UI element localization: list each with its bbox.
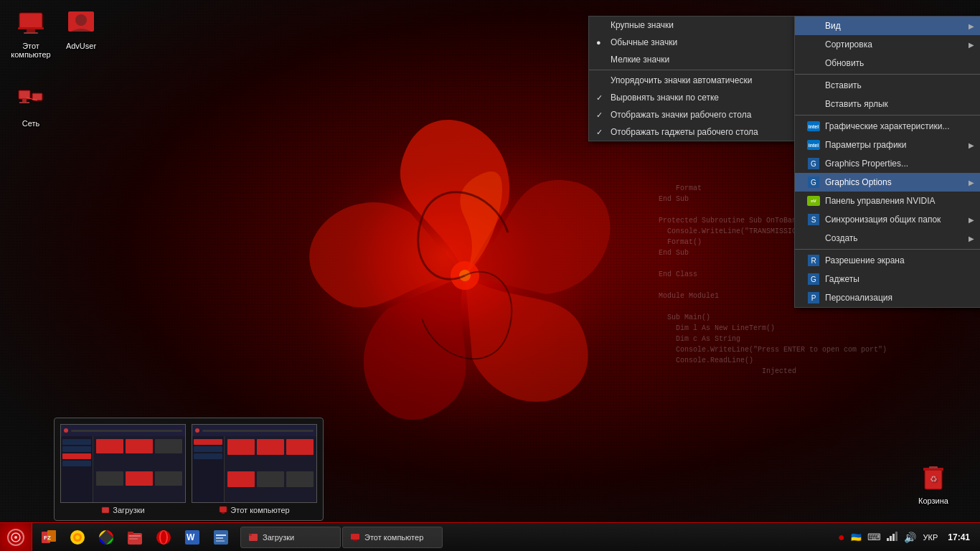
taskbar-window-mycomputer-label: Этот компьютер xyxy=(364,533,423,542)
svg-rect-34 xyxy=(129,535,141,537)
menu-large-icons[interactable]: Крупные значки xyxy=(589,17,796,34)
submenu-personalization[interactable]: P Персонализация xyxy=(795,288,980,307)
blue-square-icon3: S xyxy=(806,214,821,225)
sort-icon xyxy=(806,39,821,50)
keyboard-icon[interactable]: ⌨ xyxy=(866,530,882,544)
menu-item-label: Мелкие значки xyxy=(611,55,669,65)
taskbar-preview-area: Загрузки xyxy=(54,418,324,521)
arrow-icon: ▶ xyxy=(969,216,974,224)
preview-mycomputer[interactable]: Этот компьютер xyxy=(192,424,317,514)
taskbar-pinned-apps: FZ xyxy=(32,525,237,550)
taskbar-app-word[interactable]: W xyxy=(179,525,206,550)
start-button[interactable] xyxy=(0,523,32,552)
submenu-label: Вставить xyxy=(825,80,862,90)
submenu-paste[interactable]: Вставить xyxy=(795,76,980,95)
menu-show-gadgets[interactable]: ✓ Отображать гаджеты рабочего стола xyxy=(589,123,796,141)
svg-rect-11 xyxy=(22,99,27,102)
blue-square-icon4: R xyxy=(806,255,821,266)
taskbar-window-mycomputer[interactable]: Этот компьютер xyxy=(342,527,443,548)
mycomputer-label-line1: Этот xyxy=(22,42,39,50)
taskbar-window-downloads[interactable]: Загрузки xyxy=(240,527,341,548)
svg-point-29 xyxy=(75,535,80,540)
menu-item-label: Выровнять значки по сетке xyxy=(611,93,719,103)
advuser-label: AdvUser xyxy=(66,42,96,50)
submenu-screen-res[interactable]: R Разрешение экрана xyxy=(795,251,980,270)
svg-rect-35 xyxy=(129,538,138,540)
taskbar-app-filezilla[interactable]: FZ xyxy=(35,525,62,550)
blue-square-icon2: G xyxy=(806,176,821,188)
check-gadgets: ✓ xyxy=(596,128,603,137)
svg-rect-17 xyxy=(929,466,938,468)
mycomputer-label-line2: компьютер xyxy=(11,50,50,59)
submenu-label: Графические характеристики... xyxy=(825,121,949,131)
desktop-icon-advuser[interactable]: AdvUser xyxy=(56,7,106,53)
svg-rect-52 xyxy=(895,532,897,541)
submenu-label: Синхронизация общих папок xyxy=(825,215,941,225)
submenu-create[interactable]: Создать ▶ xyxy=(795,229,980,248)
record-icon[interactable]: ● xyxy=(837,529,847,545)
sub-divider3 xyxy=(795,249,980,250)
menu-small-icons[interactable]: Мелкие значки xyxy=(589,51,796,68)
intel-icon1: intel xyxy=(806,121,821,132)
tray-language[interactable]: УКР xyxy=(920,532,941,543)
taskbar-app-browser[interactable] xyxy=(64,525,91,550)
submenu-gadgets[interactable]: G Гаджеты xyxy=(795,270,980,288)
desktop-icon-recycle-bin[interactable]: ♻ Корзина xyxy=(908,462,958,508)
svg-rect-5 xyxy=(18,27,44,29)
menu-show-desktop-icons[interactable]: ✓ Отображать значки рабочего стола xyxy=(589,106,796,123)
menu-item-label: Отображать значки рабочего стола xyxy=(611,110,751,120)
submenu-shared-folders[interactable]: S Синхронизация общих папок ▶ xyxy=(795,210,980,229)
check-grid: ✓ xyxy=(596,93,603,103)
desktop-icon-mycomputer[interactable]: Этот компьютер xyxy=(6,7,56,62)
divider1 xyxy=(589,70,796,70)
user-icon xyxy=(67,10,95,39)
submenu-label: Обновить xyxy=(825,58,864,68)
submenu-graphics-properties[interactable]: intel Графические характеристики... xyxy=(795,117,980,136)
submenu-graphics-properties2[interactable]: G Graphics Properties... xyxy=(795,154,980,173)
taskbar-windows: Загрузки Этот компьютер xyxy=(237,527,831,548)
svg-rect-20 xyxy=(220,507,227,512)
preview-downloads[interactable]: Загрузки xyxy=(60,424,186,514)
downloads-label: Загрузки xyxy=(101,506,144,514)
svg-rect-44 xyxy=(216,540,225,542)
network-label: Сеть xyxy=(22,119,39,128)
submenu-graphics-options[interactable]: G Graphics Options ▶ xyxy=(795,173,980,192)
submenu-sort[interactable]: Сортировка ▶ xyxy=(795,35,980,54)
menu-normal-icons[interactable]: ● Обычные значки xyxy=(589,34,796,51)
taskbar-app-opera[interactable] xyxy=(150,525,177,550)
svg-point-9 xyxy=(75,14,87,26)
submenu-graphics-params[interactable]: intel Параметры графики ▶ xyxy=(795,136,980,154)
menu-align-grid[interactable]: ✓ Выровнять значки по сетке xyxy=(589,89,796,106)
svg-rect-47 xyxy=(351,534,359,540)
submenu-nvidia[interactable]: nV Панель управления NVIDIA xyxy=(795,192,980,210)
svg-rect-12 xyxy=(19,102,29,103)
desktop[interactable]: Format End Sub Protected Subroutine Sub … xyxy=(0,0,980,551)
submenu-panel: Вид ▶ Сортировка ▶ Обновить Вставить Вст… xyxy=(794,16,980,308)
blue-square-icon6: P xyxy=(806,292,821,303)
svg-rect-51 xyxy=(892,534,895,541)
volume-icon[interactable]: 🔊 xyxy=(903,530,918,545)
menu-auto-arrange[interactable]: Упорядочить значки автоматически xyxy=(589,72,796,89)
submenu-paste-shortcut[interactable]: Вставить ярлык xyxy=(795,95,980,113)
svg-text:W: W xyxy=(187,532,195,542)
taskbar: FZ xyxy=(0,522,980,551)
svg-point-0 xyxy=(264,96,666,455)
svg-rect-50 xyxy=(890,536,892,541)
svg-text:FZ: FZ xyxy=(44,534,51,541)
create-icon xyxy=(806,232,821,244)
submenu-refresh[interactable]: Обновить xyxy=(795,54,980,72)
taskbar-app-misc[interactable] xyxy=(207,525,235,550)
menu-item-label: Отображать гаджеты рабочего стола xyxy=(611,127,758,137)
check-normal: ● xyxy=(596,38,601,47)
language-flag-icon[interactable]: 🇺🇦 xyxy=(849,531,863,544)
taskbar-app-explorer[interactable] xyxy=(121,525,149,550)
taskbar-app-paint[interactable] xyxy=(93,525,120,550)
signal-icon[interactable] xyxy=(885,529,900,545)
taskbar-window-downloads-label: Загрузки xyxy=(263,533,294,542)
refresh-icon xyxy=(806,57,821,69)
svg-rect-49 xyxy=(887,538,889,541)
arrow-icon: ▶ xyxy=(969,22,974,30)
desktop-icon-network[interactable]: Сеть xyxy=(6,85,56,131)
svg-point-2 xyxy=(451,261,479,290)
submenu-view[interactable]: Вид ▶ xyxy=(795,17,980,35)
